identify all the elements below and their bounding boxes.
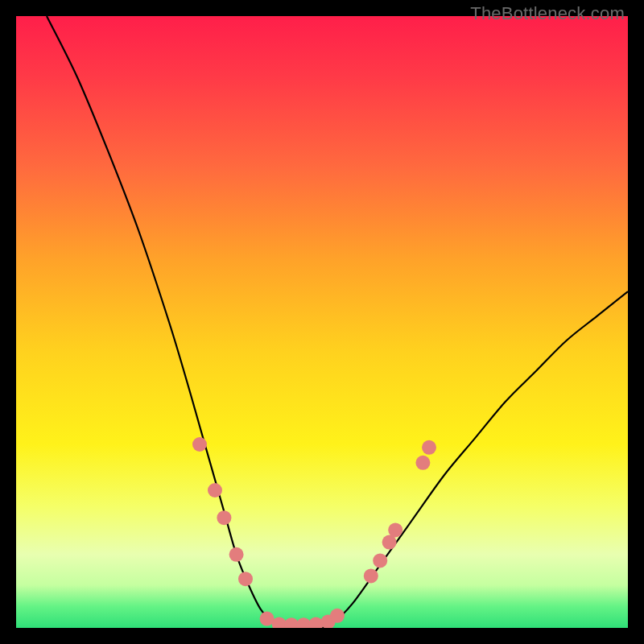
data-marker: [208, 483, 222, 497]
data-marker: [422, 440, 436, 455]
chart-frame: [16, 16, 628, 628]
data-marker: [415, 456, 430, 470]
watermark-text: TheBottleneck.com: [470, 3, 625, 24]
data-marker: [238, 572, 253, 586]
data-marker: [364, 568, 378, 583]
data-marker: [388, 522, 402, 537]
data-marker: [373, 553, 387, 568]
data-marker: [229, 547, 244, 562]
bottleneck-chart: [16, 16, 628, 628]
data-marker: [330, 609, 345, 623]
data-marker: [192, 437, 207, 452]
data-marker: [217, 510, 231, 525]
gradient-background: [16, 16, 628, 628]
